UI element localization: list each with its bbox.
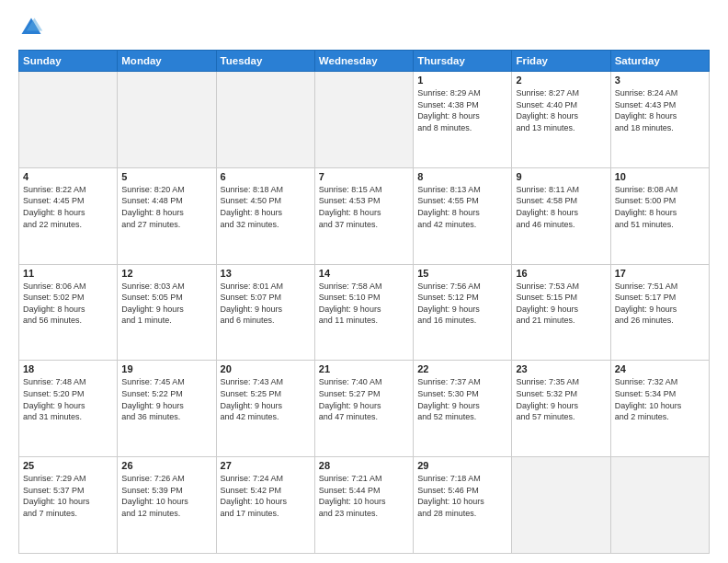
day-cell: 13Sunrise: 8:01 AMSunset: 5:07 PMDayligh…	[216, 264, 314, 361]
day-cell: 25Sunrise: 7:29 AMSunset: 5:37 PMDayligh…	[19, 457, 118, 554]
day-cell: 12Sunrise: 8:03 AMSunset: 5:05 PMDayligh…	[118, 264, 216, 361]
day-cell: 21Sunrise: 7:40 AMSunset: 5:27 PMDayligh…	[314, 361, 413, 457]
day-cell	[610, 457, 709, 554]
day-info: Sunrise: 8:27 AMSunset: 4:40 PMDaylight:…	[516, 87, 606, 133]
weekday-row: SundayMondayTuesdayWednesdayThursdayFrid…	[19, 51, 710, 72]
day-number: 18	[23, 363, 113, 374]
day-info: Sunrise: 8:01 AMSunset: 5:07 PMDaylight:…	[221, 281, 311, 327]
day-number: 13	[221, 268, 311, 279]
day-cell	[314, 72, 413, 168]
weekday-header-saturday: Saturday	[610, 51, 709, 72]
day-info: Sunrise: 7:35 AMSunset: 5:32 PMDaylight:…	[516, 376, 606, 422]
header	[18, 15, 710, 40]
day-cell: 7Sunrise: 8:15 AMSunset: 4:53 PMDaylight…	[314, 167, 413, 264]
day-info: Sunrise: 8:08 AMSunset: 5:00 PMDaylight:…	[615, 184, 705, 230]
day-number: 9	[516, 171, 606, 182]
day-info: Sunrise: 7:40 AMSunset: 5:27 PMDaylight:…	[319, 376, 409, 422]
day-cell: 16Sunrise: 7:53 AMSunset: 5:15 PMDayligh…	[512, 264, 610, 361]
day-cell: 6Sunrise: 8:18 AMSunset: 4:50 PMDaylight…	[216, 167, 314, 264]
day-cell	[118, 72, 216, 168]
logo-icon	[18, 15, 44, 40]
day-cell: 20Sunrise: 7:43 AMSunset: 5:25 PMDayligh…	[216, 361, 314, 457]
day-number: 29	[417, 460, 507, 471]
day-info: Sunrise: 7:45 AMSunset: 5:22 PMDaylight:…	[121, 376, 211, 422]
day-number: 28	[319, 460, 409, 471]
day-cell: 29Sunrise: 7:18 AMSunset: 5:46 PMDayligh…	[414, 457, 512, 554]
day-cell: 8Sunrise: 8:13 AMSunset: 4:55 PMDaylight…	[414, 167, 512, 264]
day-info: Sunrise: 7:29 AMSunset: 5:37 PMDaylight:…	[23, 473, 113, 519]
day-number: 26	[121, 460, 211, 471]
day-number: 25	[23, 460, 113, 471]
day-number: 21	[319, 363, 409, 374]
day-cell: 18Sunrise: 7:48 AMSunset: 5:20 PMDayligh…	[19, 361, 118, 457]
day-info: Sunrise: 8:11 AMSunset: 4:58 PMDaylight:…	[516, 184, 606, 230]
week-row-2: 11Sunrise: 8:06 AMSunset: 5:02 PMDayligh…	[19, 264, 710, 361]
day-number: 4	[23, 171, 113, 182]
day-number: 15	[417, 268, 507, 279]
day-number: 23	[516, 363, 606, 374]
day-cell: 11Sunrise: 8:06 AMSunset: 5:02 PMDayligh…	[19, 264, 118, 361]
day-info: Sunrise: 7:18 AMSunset: 5:46 PMDaylight:…	[417, 473, 507, 519]
day-cell: 28Sunrise: 7:21 AMSunset: 5:44 PMDayligh…	[314, 457, 413, 554]
day-number: 16	[516, 268, 606, 279]
day-cell: 3Sunrise: 8:24 AMSunset: 4:43 PMDaylight…	[610, 72, 709, 168]
day-number: 19	[121, 363, 211, 374]
week-row-0: 1Sunrise: 8:29 AMSunset: 4:38 PMDaylight…	[19, 72, 710, 168]
day-info: Sunrise: 7:26 AMSunset: 5:39 PMDaylight:…	[121, 473, 211, 519]
day-info: Sunrise: 8:06 AMSunset: 5:02 PMDaylight:…	[23, 281, 113, 327]
day-cell	[216, 72, 314, 168]
day-cell: 5Sunrise: 8:20 AMSunset: 4:48 PMDaylight…	[118, 167, 216, 264]
day-info: Sunrise: 8:15 AMSunset: 4:53 PMDaylight:…	[319, 184, 409, 230]
day-cell: 23Sunrise: 7:35 AMSunset: 5:32 PMDayligh…	[512, 361, 610, 457]
day-number: 17	[615, 268, 705, 279]
day-number: 14	[319, 268, 409, 279]
day-info: Sunrise: 8:03 AMSunset: 5:05 PMDaylight:…	[121, 281, 211, 327]
day-info: Sunrise: 7:32 AMSunset: 5:34 PMDaylight:…	[615, 376, 705, 422]
day-number: 12	[121, 268, 211, 279]
day-number: 2	[516, 75, 606, 86]
week-row-4: 25Sunrise: 7:29 AMSunset: 5:37 PMDayligh…	[19, 457, 710, 554]
day-cell: 27Sunrise: 7:24 AMSunset: 5:42 PMDayligh…	[216, 457, 314, 554]
day-info: Sunrise: 7:51 AMSunset: 5:17 PMDaylight:…	[615, 281, 705, 327]
week-row-3: 18Sunrise: 7:48 AMSunset: 5:20 PMDayligh…	[19, 361, 710, 457]
page: SundayMondayTuesdayWednesdayThursdayFrid…	[0, 0, 728, 563]
day-number: 11	[23, 268, 113, 279]
day-info: Sunrise: 7:58 AMSunset: 5:10 PMDaylight:…	[319, 281, 409, 327]
day-cell: 4Sunrise: 8:22 AMSunset: 4:45 PMDaylight…	[19, 167, 118, 264]
day-info: Sunrise: 7:48 AMSunset: 5:20 PMDaylight:…	[23, 376, 113, 422]
day-info: Sunrise: 7:56 AMSunset: 5:12 PMDaylight:…	[417, 281, 507, 327]
day-number: 5	[121, 171, 211, 182]
day-cell: 2Sunrise: 8:27 AMSunset: 4:40 PMDaylight…	[512, 72, 610, 168]
day-cell	[19, 72, 118, 168]
day-number: 22	[417, 363, 507, 374]
day-cell: 24Sunrise: 7:32 AMSunset: 5:34 PMDayligh…	[610, 361, 709, 457]
day-info: Sunrise: 7:21 AMSunset: 5:44 PMDaylight:…	[319, 473, 409, 519]
weekday-header-thursday: Thursday	[414, 51, 512, 72]
day-number: 24	[615, 363, 705, 374]
calendar-table: SundayMondayTuesdayWednesdayThursdayFrid…	[18, 50, 710, 554]
day-cell: 1Sunrise: 8:29 AMSunset: 4:38 PMDaylight…	[414, 72, 512, 168]
calendar-body: 1Sunrise: 8:29 AMSunset: 4:38 PMDaylight…	[19, 72, 710, 554]
day-cell: 10Sunrise: 8:08 AMSunset: 5:00 PMDayligh…	[610, 167, 709, 264]
day-info: Sunrise: 8:22 AMSunset: 4:45 PMDaylight:…	[23, 184, 113, 230]
day-info: Sunrise: 7:43 AMSunset: 5:25 PMDaylight:…	[221, 376, 311, 422]
day-cell: 15Sunrise: 7:56 AMSunset: 5:12 PMDayligh…	[414, 264, 512, 361]
weekday-header-tuesday: Tuesday	[216, 51, 314, 72]
calendar-header: SundayMondayTuesdayWednesdayThursdayFrid…	[19, 51, 710, 72]
day-cell: 9Sunrise: 8:11 AMSunset: 4:58 PMDaylight…	[512, 167, 610, 264]
day-cell: 26Sunrise: 7:26 AMSunset: 5:39 PMDayligh…	[118, 457, 216, 554]
day-info: Sunrise: 8:20 AMSunset: 4:48 PMDaylight:…	[121, 184, 211, 230]
day-number: 27	[221, 460, 311, 471]
week-row-1: 4Sunrise: 8:22 AMSunset: 4:45 PMDaylight…	[19, 167, 710, 264]
weekday-header-monday: Monday	[118, 51, 216, 72]
weekday-header-sunday: Sunday	[19, 51, 118, 72]
weekday-header-friday: Friday	[512, 51, 610, 72]
day-cell: 17Sunrise: 7:51 AMSunset: 5:17 PMDayligh…	[610, 264, 709, 361]
day-number: 1	[417, 75, 507, 86]
logo	[18, 15, 48, 40]
day-number: 7	[319, 171, 409, 182]
day-info: Sunrise: 7:53 AMSunset: 5:15 PMDaylight:…	[516, 281, 606, 327]
day-cell: 19Sunrise: 7:45 AMSunset: 5:22 PMDayligh…	[118, 361, 216, 457]
day-cell	[512, 457, 610, 554]
day-number: 20	[221, 363, 311, 374]
